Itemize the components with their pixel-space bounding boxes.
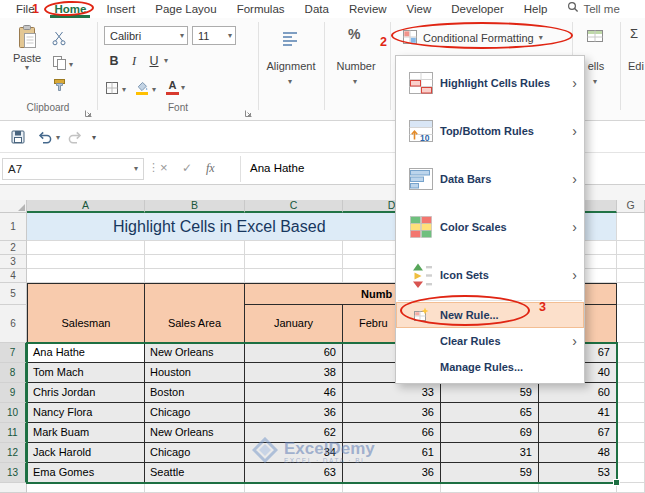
menu-item-color-scales[interactable]: Color Scales › [396,203,584,251]
cell[interactable] [27,483,145,493]
tab-data[interactable]: Data [295,0,339,18]
cell[interactable] [617,343,645,363]
paste-button[interactable]: Paste ▾ [6,24,48,72]
row-header[interactable]: 9 [0,383,27,403]
cell[interactable] [617,213,645,241]
menu-item-new-rule[interactable]: New Rule... [396,302,584,328]
cancel-icon[interactable]: × [160,160,168,175]
row-header[interactable]: 1 [0,213,27,241]
cell[interactable] [617,363,645,383]
tab-tell-me[interactable]: Tell me [557,0,629,18]
cell[interactable] [245,255,343,269]
cell[interactable]: Ema Gomes [27,463,145,483]
cell[interactable] [617,443,645,463]
number-group-button[interactable]: Number [328,60,384,72]
cell[interactable] [617,423,645,443]
insert-function-icon[interactable]: fx [206,161,215,176]
column-header-b[interactable]: B [145,200,245,213]
tab-review[interactable]: Review [339,0,397,18]
cell[interactable] [27,241,145,255]
alignment-group-button[interactable]: Alignment [260,60,322,72]
cell[interactable]: 60 [245,343,343,363]
cell[interactable]: Mark Buam [27,423,145,443]
font-color-button[interactable]: A ▾ [166,80,185,95]
tab-view[interactable]: View [397,0,442,18]
menu-item-manage-rules[interactable]: Manage Rules... [396,354,584,380]
cell[interactable]: 65 [441,403,539,423]
row-header[interactable]: 10 [0,403,27,423]
row-header[interactable]: 7 [0,343,27,363]
formula-input[interactable]: Ana Hathe [250,162,304,174]
cell[interactable] [145,241,245,255]
cell[interactable]: 33 [343,383,441,403]
cell[interactable] [27,283,145,305]
tab-developer[interactable]: Developer [441,0,513,18]
cell[interactable] [27,269,145,283]
row-header[interactable]: 12 [0,443,27,463]
select-all-corner[interactable] [0,200,27,213]
cell[interactable] [617,283,645,305]
header-cell[interactable]: Sales Area [145,305,245,343]
cell[interactable]: 53 [539,463,617,483]
font-name-combo[interactable]: Calibri ▾ [104,26,188,45]
cell[interactable] [27,255,145,269]
cell[interactable]: Chicago [145,443,245,463]
cell[interactable]: Boston [145,383,245,403]
formula-bar-handle-icon[interactable]: ⋮ [148,161,159,174]
chevron-down-icon[interactable]: ▾ [353,78,357,86]
undo-icon[interactable] [36,129,54,149]
enter-icon[interactable]: ✓ [182,161,192,175]
column-header-a[interactable]: A [27,200,145,213]
cell[interactable]: Tom Mach [27,363,145,383]
column-header-g[interactable]: G [617,200,645,213]
qat-customize-icon[interactable]: ▾ [92,134,96,142]
cell[interactable] [245,483,343,493]
cell[interactable] [617,255,645,269]
cell[interactable] [441,483,539,493]
cell[interactable]: Nancy Flora [27,403,145,423]
underline-button[interactable]: U ▾ [146,54,168,68]
cell[interactable]: 59 [441,463,539,483]
bold-button[interactable]: B [106,54,122,68]
save-icon[interactable] [10,129,26,149]
header-cell[interactable]: January [245,305,343,343]
cell[interactable] [245,269,343,283]
cell[interactable]: 38 [245,363,343,383]
cell[interactable]: Chris Jordan [27,383,145,403]
cell[interactable]: 60 [539,383,617,403]
cell[interactable] [617,383,645,403]
cell[interactable]: 36 [245,403,343,423]
row-header[interactable]: 13 [0,463,27,483]
cell[interactable] [617,269,645,283]
row-header[interactable]: 6 [0,305,27,343]
font-size-combo[interactable]: 11 ▾ [192,26,236,45]
column-header-c[interactable]: C [245,200,343,213]
cell[interactable] [617,241,645,255]
format-painter-button[interactable] [52,78,67,97]
row-header[interactable]: 3 [0,255,27,269]
fill-handle[interactable] [613,479,620,486]
fill-color-button[interactable]: ▾ [134,80,156,100]
cell[interactable] [245,241,343,255]
menu-item-icon-sets[interactable]: Icon Sets › [396,251,584,299]
cell[interactable]: 59 [441,383,539,403]
cell[interactable] [145,283,245,305]
cell[interactable]: 48 [539,443,617,463]
row-header[interactable]: 5 [0,283,27,305]
menu-item-clear-rules[interactable]: Clear Rules › [396,328,584,354]
cell[interactable]: New Orleans [145,423,245,443]
cell[interactable] [617,483,645,493]
tab-insert[interactable]: Insert [96,0,145,18]
menu-item-top-bottom-rules[interactable]: 10 Top/Bottom Rules › [396,107,584,155]
chevron-down-icon[interactable]: ▾ [56,134,60,142]
header-cell[interactable]: Salesman [27,305,145,343]
tab-page-layout[interactable]: Page Layou [145,0,226,18]
cell[interactable] [145,255,245,269]
font-dialog-launcher[interactable] [244,104,253,122]
row-header[interactable]: 2 [0,241,27,255]
row-header[interactable]: 4 [0,269,27,283]
chevron-down-icon[interactable]: ▾ [288,78,292,86]
row-header[interactable]: 11 [0,423,27,443]
cell[interactable]: 31 [441,443,539,463]
italic-button[interactable]: I [126,54,142,69]
